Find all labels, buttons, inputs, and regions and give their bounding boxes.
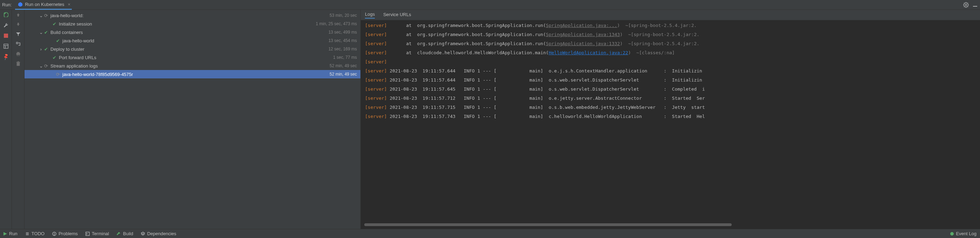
svg-rect-11 xyxy=(16,42,18,44)
svg-rect-17 xyxy=(18,61,19,62)
svg-marker-10 xyxy=(16,33,20,36)
tree-row-build-child[interactable]: ✔ java-hello-world 13 sec, 454 ms xyxy=(24,36,360,45)
svg-marker-8 xyxy=(17,13,20,16)
minimize-icon[interactable] xyxy=(972,2,978,8)
scrollbar-thumb[interactable] xyxy=(364,223,732,226)
arrow-down-icon[interactable] xyxy=(16,22,21,27)
run-label: Run: xyxy=(2,2,11,7)
spinner-icon: ⟳ xyxy=(43,13,48,18)
svg-rect-14 xyxy=(17,55,19,56)
svg-marker-0 xyxy=(18,2,23,6)
layout-icon[interactable] xyxy=(3,43,9,49)
pin-icon[interactable]: 📌 xyxy=(3,54,9,59)
log-link[interactable]: HelloWorldApplication.java:22 xyxy=(549,50,628,55)
server-tag: [server] xyxy=(365,41,387,46)
tree-time: 13 sec, 454 ms xyxy=(329,38,357,43)
rerun-icon[interactable] xyxy=(3,12,9,17)
status-run[interactable]: Run xyxy=(3,231,18,236)
server-tag: [server] xyxy=(365,95,387,101)
print-icon[interactable] xyxy=(16,51,21,57)
log-tabs: Logs Service URLs xyxy=(361,10,980,20)
tree-time: 52 min, 49 sec xyxy=(329,72,357,77)
log-line: 2021-08-23 19:11:57.645 INFO 1 --- [ mai… xyxy=(387,86,705,92)
status-event-log[interactable]: Event Log xyxy=(950,231,977,236)
check-icon: ✔ xyxy=(52,21,57,27)
run-tree: ⌄ ⟳ java-hello-world: 53 min, 20 sec ✔ I… xyxy=(24,10,361,229)
log-line: 2021-08-23 19:11:57.644 INFO 1 --- [ mai… xyxy=(387,77,702,83)
expand-icon[interactable] xyxy=(16,41,21,47)
server-tag: [server] xyxy=(365,32,387,37)
tree-row-stream[interactable]: ⌄ ⟳ Stream application logs 52 min, 49 s… xyxy=(24,62,360,70)
tree-row-pod[interactable]: ⟳ java-hello-world-78f85d9569-4575r 52 m… xyxy=(24,70,360,78)
tree-label: Build containers xyxy=(51,30,329,35)
status-dot-icon xyxy=(950,232,954,236)
tree-row-root[interactable]: ⌄ ⟳ java-hello-world: 53 min, 20 sec xyxy=(24,11,360,20)
warning-icon xyxy=(52,232,56,236)
svg-marker-26 xyxy=(141,232,145,234)
tree-time: 1 sec, 77 ms xyxy=(333,55,357,60)
server-tag: [server] xyxy=(365,77,387,83)
tree-time: 13 sec, 499 ms xyxy=(329,30,357,35)
run-panel-header: Run: Run on Kubernetes × xyxy=(0,0,980,10)
list-icon xyxy=(25,232,29,236)
status-problems[interactable]: Problems xyxy=(52,231,78,236)
tree-row-port-forward[interactable]: ✔ Port forward URLs 1 sec, 77 ms xyxy=(24,53,360,62)
log-line: 2021-08-23 19:11:57.712 INFO 1 --- [ mai… xyxy=(387,95,705,101)
chevron-down-icon: ⌄ xyxy=(38,63,43,68)
tab-service-urls[interactable]: Service URLs xyxy=(383,12,411,18)
check-icon: ✔ xyxy=(43,30,48,35)
log-line: 2021-08-23 19:11:57.743 INFO 1 --- [ mai… xyxy=(387,114,705,119)
svg-rect-2 xyxy=(973,6,977,6)
terminal-icon xyxy=(86,232,90,236)
svg-rect-13 xyxy=(17,52,19,53)
log-link[interactable]: SpringApplication.java:1332 xyxy=(546,41,620,46)
status-bar: Run TODO Problems Terminal Build Depende… xyxy=(0,229,980,238)
server-tag: [server] xyxy=(365,50,387,55)
server-tag: [server] xyxy=(365,114,387,119)
check-icon: ✔ xyxy=(55,38,60,43)
stop-icon[interactable] xyxy=(3,33,9,38)
svg-rect-5 xyxy=(3,44,8,48)
filter-icon[interactable] xyxy=(16,32,21,37)
tree-label: java-hello-world: xyxy=(51,13,329,18)
tree-time: 12 sec, 169 ms xyxy=(329,46,357,51)
tree-label: Initialize session xyxy=(59,21,316,27)
tree-row-deploy[interactable]: › ✔ Deploy to cluster 12 sec, 169 ms xyxy=(24,45,360,53)
server-tag: [server] xyxy=(365,86,387,92)
tree-time: 1 min, 25 sec, 473 ms xyxy=(316,21,357,26)
tab-logs[interactable]: Logs xyxy=(365,11,375,19)
run-config-tab[interactable]: Run on Kubernetes × xyxy=(15,0,72,10)
tree-label: Deploy to cluster xyxy=(51,46,329,52)
status-build[interactable]: Build xyxy=(117,231,133,236)
log-link[interactable]: SpringApplication.java:... xyxy=(546,23,617,28)
log-line: 2021-08-23 19:11:57.644 INFO 1 --- [ mai… xyxy=(387,68,702,73)
run-config-tab-label: Run on Kubernetes xyxy=(25,2,64,7)
horizontal-scrollbar[interactable] xyxy=(364,222,977,227)
svg-marker-9 xyxy=(17,23,20,26)
tree-time: 53 min, 20 sec xyxy=(329,13,357,18)
wrench-icon[interactable] xyxy=(3,22,9,28)
log-output[interactable]: [server] at org.springframework.boot.Spr… xyxy=(361,20,980,222)
status-todo[interactable]: TODO xyxy=(25,231,45,236)
log-pane: Logs Service URLs [server] at org.spring… xyxy=(361,10,980,229)
svg-marker-18 xyxy=(3,232,7,236)
arrow-up-icon[interactable] xyxy=(16,12,21,17)
chevron-right-icon: › xyxy=(38,46,43,52)
kubernetes-icon xyxy=(18,2,23,6)
svg-rect-4 xyxy=(4,33,8,38)
status-dependencies[interactable]: Dependencies xyxy=(141,231,176,236)
check-icon: ✔ xyxy=(52,55,57,60)
spinner-icon: ⟳ xyxy=(55,72,60,77)
tree-label: Port forward URLs xyxy=(59,55,333,60)
status-terminal[interactable]: Terminal xyxy=(86,231,109,236)
tree-row-init[interactable]: ✔ Initialize session 1 min, 25 sec, 473 … xyxy=(24,20,360,28)
trash-icon[interactable] xyxy=(16,61,21,67)
log-link[interactable]: SpringApplication.java:1343 xyxy=(546,32,620,37)
chevron-down-icon: ⌄ xyxy=(38,30,43,35)
tree-row-build[interactable]: ⌄ ✔ Build containers 13 sec, 499 ms xyxy=(24,28,360,36)
tree-time: 52 min, 49 sec xyxy=(329,63,357,68)
gear-icon[interactable] xyxy=(963,2,969,8)
svg-rect-16 xyxy=(16,62,20,63)
server-tag: [server] xyxy=(365,105,387,110)
close-icon[interactable]: × xyxy=(68,2,71,7)
